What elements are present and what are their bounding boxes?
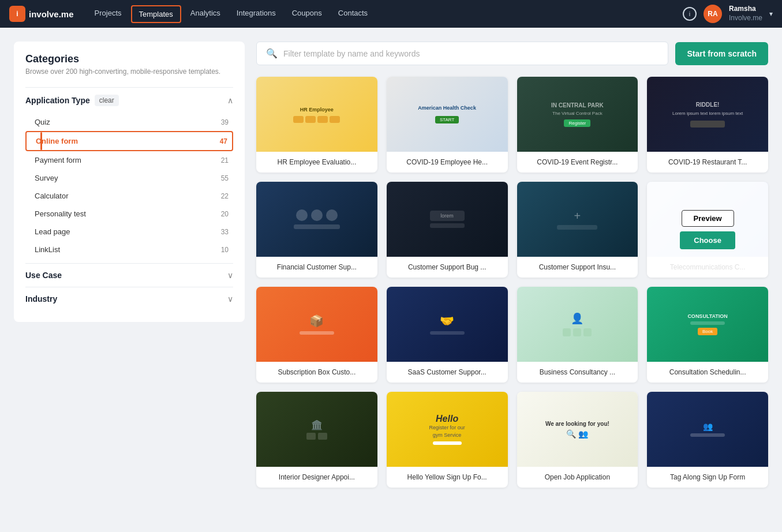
avatar[interactable]: RA [704, 5, 722, 23]
template-thumb: lorem [387, 182, 508, 257]
sidebar-title: Categories [25, 53, 233, 65]
template-label: COVID-19 Employee He... [387, 152, 508, 173]
template-thumb: 📦 [256, 287, 377, 362]
template-card[interactable]: We are looking for you! 🔍 👥 Open Job App… [517, 392, 638, 488]
template-thumb [256, 182, 377, 257]
user-menu-chevron[interactable]: ▾ [769, 10, 773, 18]
filter-quiz[interactable]: Quiz 39 [25, 113, 233, 131]
template-card[interactable]: RIDDLE! Lorem ipsum text lorem ipsum tex… [647, 77, 768, 173]
template-thumb: + [517, 182, 638, 257]
industry-chevron: ∨ [227, 294, 233, 304]
template-label: COVID-19 Restaurant T... [647, 152, 768, 173]
template-label: Tag Along Sign Up Form [647, 467, 768, 488]
template-label: Customer Support Insu... [517, 257, 638, 278]
template-card[interactable]: 🏛️ Interior Designer Appoi... Preview Ch… [256, 392, 377, 488]
filter-online-form[interactable]: Online form 47 [25, 131, 233, 151]
start-from-scratch-button[interactable]: Start from scratch [675, 42, 768, 65]
template-label: SaaS Customer Suppor... [387, 362, 508, 383]
filter-personality-test[interactable]: Personality test 20 [25, 205, 233, 223]
template-thumb: Hello Register for ourgym Service [387, 392, 508, 467]
info-icon[interactable]: i [683, 7, 697, 21]
template-label: Customer Support Bug ... [387, 257, 508, 278]
application-type-title: Application Type [25, 96, 90, 105]
template-card[interactable]: Hello Register for ourgym Service Hello … [387, 392, 508, 488]
template-thumb: 👥 [647, 392, 768, 467]
template-card[interactable]: IN CENTRAL PARK The Virtual Control Pack… [517, 77, 638, 173]
template-card[interactable]: American Health Check START COVID-19 Emp… [387, 77, 508, 173]
template-label: Business Consultancy ... [517, 362, 638, 383]
navbar: i involve.me Projects Templates Analytic… [0, 0, 782, 28]
filter-payment-form[interactable]: Payment form 21 [25, 151, 233, 169]
template-label: COVID-19 Event Registr... [517, 152, 638, 173]
search-bar: 🔍 [256, 42, 668, 65]
template-card[interactable]: lorem Customer Support Bug ... Preview C… [387, 182, 508, 278]
choose-button[interactable]: Choose [680, 231, 735, 249]
nav-analytics[interactable]: Analytics [184, 5, 227, 23]
application-type-header-left: Application Type clear [25, 95, 119, 106]
template-thumb: American Health Check START [387, 77, 508, 152]
main-container: Categories Browse over 200 high-converti… [0, 28, 782, 501]
template-label: Interior Designer Appoi... [256, 467, 377, 488]
sidebar-description: Browse over 200 high-converting, mobile-… [25, 68, 233, 76]
template-thumb: CONSULTATION Book [647, 287, 768, 362]
template-label: Hello Yellow Sign Up Fo... [387, 467, 508, 488]
template-card[interactable]: Financial Customer Sup... Preview Choose [256, 182, 377, 278]
nav-coupons[interactable]: Coupons [285, 5, 329, 23]
filter-lead-page[interactable]: Lead page 33 [25, 223, 233, 241]
template-card[interactable]: 👤 Business Consultancy ... Preview Choos… [517, 287, 638, 383]
nav-templates[interactable]: Templates [131, 5, 181, 23]
template-card[interactable]: 📦 Subscription Box Custo... Preview Choo… [256, 287, 377, 383]
preview-button[interactable]: Preview [682, 210, 734, 227]
nav-right: i RA Ramsha Involve.me ▾ [683, 5, 773, 23]
user-info: Ramsha Involve.me [729, 5, 762, 23]
nav-projects[interactable]: Projects [88, 5, 129, 23]
template-thumb: We are looking for you! 🔍 👥 [517, 392, 638, 467]
template-label: Subscription Box Custo... [256, 362, 377, 383]
application-type-items: Quiz 39 Online form 47 Payment form 21 S… [25, 113, 233, 263]
application-type-header[interactable]: Application Type clear ∧ [25, 87, 233, 113]
use-case-title: Use Case [25, 271, 62, 280]
user-name: Ramsha [729, 5, 762, 14]
template-label: Financial Customer Sup... [256, 257, 377, 278]
logo-icon: i [9, 6, 25, 22]
template-thumb: 👤 [517, 287, 638, 362]
template-thumb: HR Employee [256, 77, 377, 152]
clear-button[interactable]: clear [95, 95, 119, 106]
template-card[interactable]: + Customer Support Insu... Preview Choos… [517, 182, 638, 278]
sidebar: Categories Browse over 200 high-converti… [14, 42, 245, 322]
search-input[interactable] [283, 49, 658, 58]
application-type-chevron: ∧ [227, 96, 233, 105]
template-thumb: 🏛️ [256, 392, 377, 467]
template-card[interactable]: 👥 Tag Along Sign Up Form Preview Choose [647, 392, 768, 488]
template-card[interactable]: telecoms Telecommunications C... Preview… [647, 182, 768, 278]
nav-contacts[interactable]: Contacts [331, 5, 375, 23]
brand-name: involve.me [29, 9, 74, 19]
template-card[interactable]: CONSULTATION Book Consultation Schedulin… [647, 287, 768, 383]
nav-integrations[interactable]: Integrations [230, 5, 283, 23]
brand-logo[interactable]: i involve.me [9, 6, 74, 22]
filter-calculator[interactable]: Calculator 22 [25, 187, 233, 205]
use-case-section: Use Case ∨ [25, 263, 233, 287]
template-label: Open Job Application [517, 467, 638, 488]
template-grid: HR Employee HR Employee Evaluatio... Pre… [256, 77, 768, 488]
template-card[interactable]: HR Employee HR Employee Evaluatio... Pre… [256, 77, 377, 173]
nav-links: Projects Templates Analytics Integration… [88, 5, 669, 23]
template-label: HR Employee Evaluatio... [256, 152, 377, 173]
template-label: Consultation Schedulin... [647, 362, 768, 383]
industry-title: Industry [25, 294, 57, 304]
filter-survey[interactable]: Survey 55 [25, 169, 233, 187]
user-domain: Involve.me [729, 14, 762, 23]
template-thumb: RIDDLE! Lorem ipsum text lorem ipsum tex… [647, 77, 768, 152]
application-type-section: Application Type clear ∧ Quiz 39 Online … [25, 87, 233, 263]
industry-header[interactable]: Industry ∨ [25, 287, 233, 310]
card-overlay: Preview Choose [647, 182, 768, 278]
template-card[interactable]: 🤝 SaaS Customer Suppor... Preview Choose [387, 287, 508, 383]
template-thumb: IN CENTRAL PARK The Virtual Control Pack… [517, 77, 638, 152]
filter-linklist[interactable]: LinkList 10 [25, 241, 233, 258]
selected-accent [40, 132, 42, 150]
search-icon: 🔍 [266, 48, 278, 59]
content: 🔍 Start from scratch HR Employee [256, 42, 768, 488]
template-thumb: 🤝 [387, 287, 508, 362]
use-case-header[interactable]: Use Case ∨ [25, 263, 233, 287]
industry-section: Industry ∨ [25, 287, 233, 310]
